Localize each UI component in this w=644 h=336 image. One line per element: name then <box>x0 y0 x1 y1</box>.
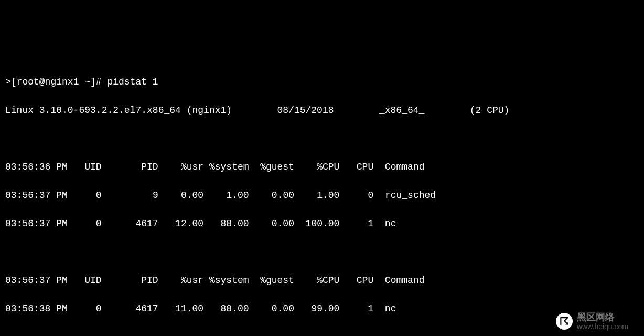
watermark-cn: 黑区网络 <box>577 312 628 323</box>
table-row: 03:56:37 PM 0 9 0.00 1.00 0.00 1.00 0 rc… <box>5 188 639 203</box>
prompt-marker: > <box>5 77 11 87</box>
watermark-text: 黑区网络 www.heiqu.com <box>577 312 628 331</box>
col-system: %system <box>209 162 249 172</box>
col-time: 03:56:36 PM <box>5 162 68 172</box>
col-command: Command <box>385 275 425 286</box>
col-pid: PID <box>141 162 158 172</box>
col-time: 03:56:37 PM <box>5 275 68 286</box>
terminal-output: >[root@nginx1 ~]# pidstat 1 Linux 3.10.0… <box>5 61 639 336</box>
table-row: 03:56:38 PM 0 4617 11.00 88.00 0.00 99.0… <box>5 302 639 316</box>
col-guest: %guest <box>260 275 294 286</box>
col-uid: UID <box>84 275 101 286</box>
cpu-count-info: (2 CPU) <box>470 105 510 116</box>
col-command: Command <box>385 162 425 172</box>
col-system: %system <box>209 275 249 286</box>
col-usr: %usr <box>181 275 203 286</box>
watermark: ☈ 黑区网络 www.heiqu.com <box>556 312 628 331</box>
arch-info: _x86_64_ <box>379 105 424 116</box>
col-uid: UID <box>84 162 101 172</box>
watermark-icon: ☈ <box>556 313 573 330</box>
prompt-userhost: [root@nginx1 ~]# <box>11 77 102 87</box>
sysinfo-line: Linux 3.10.0-693.2.2.el7.x86_64 (nginx1)… <box>5 103 639 118</box>
col-guest: %guest <box>260 162 294 172</box>
col-usr: %usr <box>181 162 203 172</box>
block1-header: 03:56:36 PM UID PID %usr %system %guest … <box>5 160 639 174</box>
command-text: pidstat 1 <box>107 77 158 87</box>
col-cpu: CPU <box>357 162 373 172</box>
col-cpupct: %CPU <box>317 275 339 286</box>
col-cpu: CPU <box>357 275 373 286</box>
prompt-line: >[root@nginx1 ~]# pidstat 1 <box>5 75 639 89</box>
block2-header: 03:56:37 PM UID PID %usr %system %guest … <box>5 274 639 288</box>
table-row: 03:56:37 PM 0 4617 12.00 88.00 0.00 100.… <box>5 217 639 231</box>
col-pid: PID <box>141 275 158 286</box>
kernel-info: Linux 3.10.0-693.2.2.el7.x86_64 (nginx1) <box>5 105 232 116</box>
date-info: 08/15/2018 <box>277 105 334 116</box>
watermark-url: www.heiqu.com <box>577 323 628 331</box>
col-cpupct: %CPU <box>317 162 339 172</box>
